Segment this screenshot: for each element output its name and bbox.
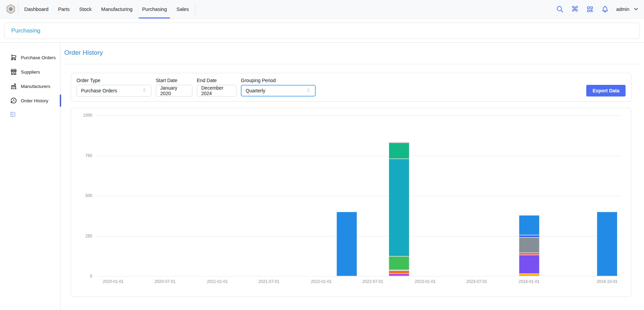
y-gridline <box>97 196 620 196</box>
sidebar-item-label: Suppliers <box>21 69 40 75</box>
inventree-hexagon-logo <box>5 4 16 14</box>
bar-segment-teal[interactable] <box>389 143 409 159</box>
x-axis-tick-label: 2024-01-01 <box>510 279 548 284</box>
bar-segment-orange[interactable] <box>389 271 409 273</box>
order-history-chart: 025050075010002020-01-012020-07-012021-0… <box>71 108 631 297</box>
selector-chevrons-icon <box>306 88 311 94</box>
y-axis-tick-label: 0 <box>75 274 92 279</box>
main-area: Purchase Orders Suppliers Manufacturers … <box>0 43 644 310</box>
username-label: admin <box>616 7 629 12</box>
start-date-input[interactable]: January 2020 <box>156 85 192 96</box>
grouping-period-select[interactable]: Quarterly <box>241 85 316 96</box>
bar-segment-pink[interactable] <box>389 142 409 143</box>
nav-divider-right <box>195 3 195 15</box>
x-axis-tick-label: 2023-07-01 <box>458 279 495 284</box>
end-date-value: December 2024 <box>201 85 232 96</box>
x-axis-tick-label: 2022-07-01 <box>354 279 392 284</box>
building-factory-icon <box>10 83 17 90</box>
start-date-value: January 2020 <box>160 85 188 96</box>
y-axis-tick-label: 500 <box>75 193 92 198</box>
tab-dashboard[interactable]: Dashboard <box>19 0 53 18</box>
order-type-select[interactable]: Purchase Orders <box>77 85 151 96</box>
app-logo-icon[interactable] <box>5 3 16 15</box>
bar-segment-blue[interactable] <box>337 212 357 276</box>
x-axis-tick-label: 2023-01-01 <box>406 279 444 284</box>
y-axis-tick-label: 750 <box>75 153 92 158</box>
navbar-actions: ⌘ admin <box>556 5 639 13</box>
search-icon[interactable] <box>556 5 564 13</box>
breadcrumb: Purchasing <box>4 23 640 39</box>
title-divider <box>64 64 641 64</box>
bar-segment-blue[interactable] <box>597 212 617 276</box>
order-history-chart-card: 025050075010002020-01-012020-07-012021-0… <box>71 108 631 297</box>
y-gridline <box>97 276 620 276</box>
history-clock-icon <box>10 97 17 104</box>
sidebar-item-purchase-orders[interactable]: Purchase Orders <box>0 50 60 65</box>
breadcrumb-purchasing-link[interactable]: Purchasing <box>11 27 40 34</box>
tab-sales[interactable]: Sales <box>172 0 193 18</box>
grouping-period-value: Quarterly <box>246 88 265 93</box>
bar-segment-cyan[interactable] <box>389 159 409 256</box>
bar-segment-indigo[interactable] <box>519 235 539 237</box>
y-gridline <box>97 115 620 116</box>
sidebar-item-label: Purchase Orders <box>21 55 56 60</box>
end-date-field: End Date December 2024 <box>197 78 236 96</box>
bar-segment-grape[interactable] <box>389 273 409 276</box>
sidebar-item-label: Order History <box>21 98 48 103</box>
bar-segment-blue[interactable] <box>519 215 539 235</box>
main-nav-tabs: Dashboard Parts Stock Manufacturing Purc… <box>19 0 194 18</box>
sidebar-item-suppliers[interactable]: Suppliers <box>0 65 60 79</box>
x-axis-tick-label: 2020-01-01 <box>94 279 132 284</box>
bar-segment-green[interactable] <box>389 256 409 270</box>
content-panel: Order History Order Type Purchase Orders <box>60 43 644 310</box>
tab-purchasing[interactable]: Purchasing <box>137 0 172 18</box>
x-axis-tick-label: 2021-07-01 <box>250 279 288 284</box>
tab-parts[interactable]: Parts <box>53 0 74 18</box>
order-type-field: Order Type Purchase Orders <box>77 78 151 96</box>
bar-segment-amber[interactable] <box>519 274 539 276</box>
notifications-bell-icon[interactable] <box>601 5 609 13</box>
y-gridline <box>97 236 620 236</box>
page-title: Order History <box>64 49 644 56</box>
top-navbar: Dashboard Parts Stock Manufacturing Purc… <box>0 0 644 18</box>
chevron-down-icon <box>633 6 639 12</box>
export-data-button[interactable]: Export Data <box>586 85 626 96</box>
bar-segment-red[interactable] <box>519 253 539 255</box>
order-type-label: Order Type <box>77 78 151 83</box>
start-date-field: Start Date January 2020 <box>156 78 192 96</box>
y-axis-tick-label: 250 <box>75 234 92 238</box>
command-palette-icon[interactable]: ⌘ <box>571 5 579 13</box>
filter-toolbar: Order Type Purchase Orders Start Date Ja… <box>71 73 631 102</box>
shopping-cart-icon <box>10 54 17 61</box>
sidebar-item-order-history[interactable]: Order History <box>0 93 60 108</box>
x-axis-tick-label: 2021-01-01 <box>198 279 236 284</box>
end-date-input[interactable]: December 2024 <box>197 85 236 96</box>
building-store-icon <box>10 68 17 75</box>
tab-manufacturing[interactable]: Manufacturing <box>96 0 137 18</box>
selector-chevrons-icon <box>142 88 147 94</box>
y-axis-tick-label: 1000 <box>75 113 92 118</box>
sidebar: Purchase Orders Suppliers Manufacturers … <box>0 43 60 310</box>
x-axis-tick-label: 2024-10-01 <box>588 279 626 284</box>
bar-segment-violet[interactable] <box>519 255 539 274</box>
qrcode-scan-icon[interactable] <box>586 5 594 13</box>
bar-segment-gray[interactable] <box>519 237 539 253</box>
order-type-value: Purchase Orders <box>81 88 117 93</box>
start-date-label: Start Date <box>156 78 192 83</box>
end-date-label: End Date <box>197 78 236 83</box>
x-axis-tick-label: 2022-01-01 <box>302 279 340 284</box>
bar-segment-lime[interactable] <box>389 270 409 271</box>
grouping-period-field: Grouping Period Quarterly <box>241 78 316 96</box>
user-menu[interactable]: admin <box>616 6 639 12</box>
sidebar-item-manufacturers[interactable]: Manufacturers <box>0 79 60 93</box>
x-axis-tick-label: 2020-07-01 <box>146 279 184 284</box>
tab-stock[interactable]: Stock <box>74 0 96 18</box>
sidebar-item-label: Manufacturers <box>21 84 50 89</box>
active-item-indicator <box>60 94 61 107</box>
y-gridline <box>97 156 620 156</box>
nav-divider-left <box>18 3 18 15</box>
grouping-period-label: Grouping Period <box>241 78 316 83</box>
sidebar-collapse-icon[interactable] <box>10 111 16 118</box>
